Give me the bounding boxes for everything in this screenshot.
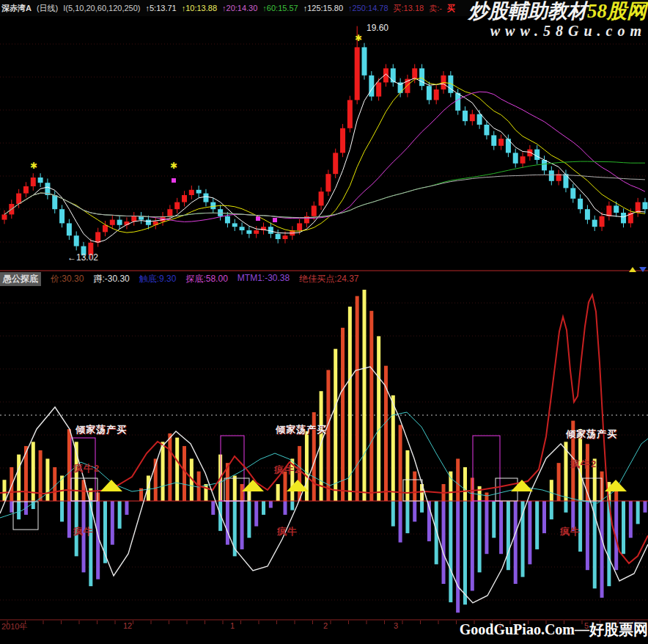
- label-fengniu2: 疯牛2: [570, 458, 597, 471]
- candle-body: [642, 202, 647, 210]
- candle-body: [542, 160, 547, 170]
- indicator-bar-down: [435, 501, 438, 564]
- star-marker: ✱: [170, 161, 177, 171]
- star-marker: ✱: [355, 33, 362, 43]
- period-label[interactable]: (日线): [37, 3, 58, 14]
- top-status-bar: 深赤湾A (日线) I(5,10,20,60,120,250) ↑5:13.71…: [0, 0, 648, 16]
- candle-body: [362, 47, 367, 75]
- magenta-marker: [273, 218, 277, 222]
- indicator-bar-down: [463, 501, 467, 604]
- timeline-month-1[interactable]: 1: [230, 621, 235, 630]
- ma-param-label: I(5,10,20,60,120,250): [63, 4, 140, 12]
- indicator-bar-down: [600, 501, 604, 598]
- indicator-bar-down: [254, 501, 258, 527]
- buy-flag: 买: [447, 3, 455, 14]
- indicator-bar-down: [67, 501, 71, 538]
- indicator-bar-down: [514, 501, 518, 584]
- timeline-month-3[interactable]: 3: [394, 621, 398, 630]
- candle-body: [174, 202, 180, 210]
- ma20-line: [4, 92, 645, 222]
- indicator-bar-up: [356, 296, 359, 501]
- candle-body: [189, 190, 194, 195]
- indicator-bar-up: [89, 489, 92, 501]
- candle-body: [2, 214, 7, 219]
- indicator-title[interactable]: 愚公探底: [0, 272, 41, 286]
- indicator-bar-up: [341, 328, 345, 501]
- timeline-axis[interactable]: 2010年121234520: [0, 621, 648, 632]
- label-fengniu2: 疯牛2: [73, 462, 100, 475]
- indicator-bar-up: [363, 290, 367, 501]
- stock-name[interactable]: 深赤湾A: [1, 3, 32, 14]
- indicator-bar-up: [168, 433, 172, 501]
- star-marker: ✱: [30, 161, 37, 171]
- candle-body: [325, 174, 331, 191]
- indicator-bar-down: [636, 501, 640, 524]
- timeline-year-2010[interactable]: 2010年: [1, 621, 27, 632]
- candle-body: [167, 209, 172, 216]
- indicator-bar-up: [161, 442, 165, 501]
- candle-body: [31, 178, 36, 186]
- stock-app-window: ✱✱✱ 深赤湾A (日线) I(5,10,20,60,120,250) ↑5:1…: [0, 0, 648, 644]
- indicator-bar-up: [175, 438, 179, 501]
- label-qingjiadangchan-buy: 倾家荡产买: [276, 423, 327, 436]
- indicator-bar-down: [492, 501, 496, 538]
- ma-value: ↑250:14.78: [348, 4, 388, 12]
- indicator-bar-down: [442, 501, 446, 584]
- indicator-bar-down: [211, 501, 215, 515]
- candle-body: [240, 227, 245, 230]
- indicator-bar-up: [391, 395, 395, 501]
- candle-body: [391, 68, 396, 82]
- indicator-bar-down: [622, 501, 625, 554]
- indicator-bar-down: [269, 501, 273, 508]
- candle-body: [276, 234, 281, 239]
- indicator-bar-down: [240, 501, 244, 549]
- indicator-bar-up: [478, 486, 482, 501]
- indicator-bar-down: [17, 501, 21, 519]
- indicator-bar-up: [550, 480, 553, 501]
- indicator-bar-down: [629, 501, 633, 538]
- indicator-bar-up: [183, 446, 186, 501]
- label-qingjiadangchan-buy: 倾家荡产买: [566, 428, 617, 441]
- indicator-bar-down: [391, 501, 395, 527]
- indicator-bar-down: [118, 501, 122, 529]
- indicator-bar-down: [218, 501, 222, 531]
- chart-canvas[interactable]: ✱✱✱: [0, 0, 648, 644]
- candle-body: [463, 111, 468, 121]
- candle-body: [585, 209, 590, 219]
- candle-body: [477, 114, 482, 125]
- candle-body: [578, 199, 583, 209]
- candle-body: [520, 156, 526, 164]
- ma-value: ↑20:14.30: [222, 4, 257, 12]
- candle-body: [23, 186, 29, 194]
- timeline-month-12[interactable]: 12: [123, 621, 132, 630]
- candle-body: [491, 135, 496, 145]
- indicator-bar-down: [226, 501, 229, 545]
- timeline-next-year[interactable]: 20: [632, 621, 644, 630]
- candle-body: [455, 93, 460, 111]
- timeline-month-4[interactable]: 4: [497, 621, 501, 630]
- indicator-bar-down: [485, 501, 488, 554]
- indicator-bar-down: [542, 501, 546, 533]
- candle-body: [203, 194, 208, 202]
- candle-body: [232, 223, 238, 227]
- ma120-line: [4, 175, 645, 217]
- indicator-bar-up: [377, 336, 380, 501]
- candle-body: [484, 125, 489, 135]
- candle-body: [117, 220, 122, 225]
- indicator-bar-down: [478, 501, 482, 572]
- price-low-label: ←13.02: [67, 252, 98, 263]
- indicator-bar-down: [507, 501, 510, 570]
- candle-body: [131, 216, 136, 222]
- price-high-label: 19.60: [367, 23, 389, 33]
- indicator-field-value: 绝佳买点:24.37: [299, 273, 358, 285]
- candle-body: [340, 128, 345, 153]
- label-fengniu: 疯牛: [73, 525, 94, 538]
- ma-value: ↑60:15.57: [262, 4, 298, 12]
- indicator-bar-up: [96, 492, 100, 501]
- timeline-month-2[interactable]: 2: [323, 621, 328, 630]
- timeline-month-5[interactable]: 5: [584, 621, 589, 630]
- candle-body: [297, 223, 302, 230]
- indicator-field-value: 蹲:-30.30: [93, 273, 129, 285]
- indicator-bar-up: [348, 307, 352, 501]
- candle-body: [210, 202, 216, 210]
